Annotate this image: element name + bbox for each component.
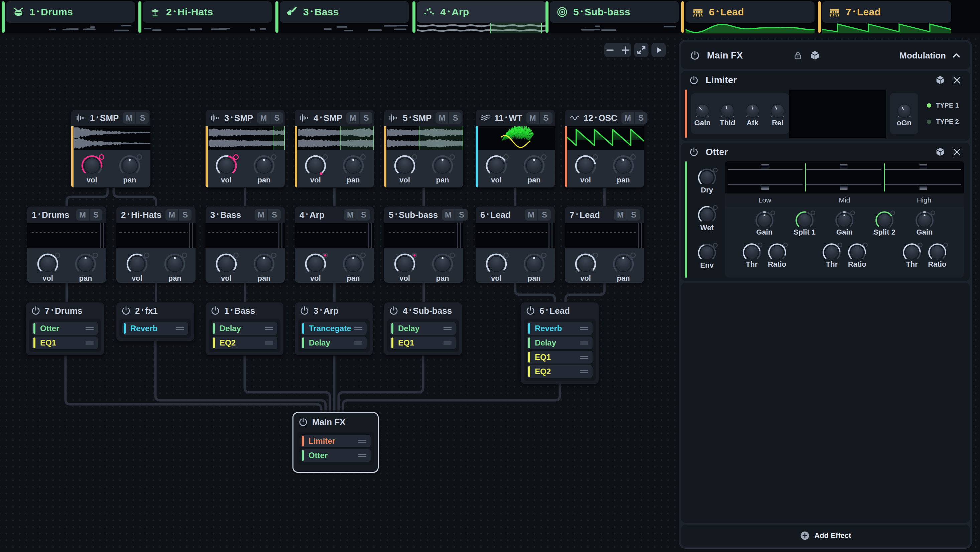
fx-item-delay[interactable]: Delay [301,336,367,349]
fx-chain-node-6-lead[interactable]: 6•LeadReverbDelayEQ1EQ2 [521,302,599,384]
otter-split1-knob[interactable]: Split 1 [789,209,821,237]
solo-button[interactable]: S [449,112,461,124]
mute-button[interactable]: M [436,112,448,124]
drag-handle-icon[interactable] [354,326,363,331]
drag-handle-icon[interactable] [580,326,589,331]
cube-icon[interactable] [935,147,945,157]
mute-button[interactable]: M [614,209,627,221]
solo-button[interactable]: S [136,112,149,124]
otter-band-display[interactable] [725,161,964,194]
pan-knob[interactable]: pan [337,153,369,188]
fx-item-limiter[interactable]: Limiter [301,435,371,447]
track-tab-2-hi-hats[interactable]: 2•Hi-Hats [138,2,272,33]
source-module-4-smp[interactable]: 4•SMPMS vol pan [295,110,374,188]
power-icon[interactable] [299,306,310,316]
modulation-toggle[interactable]: Modulation [899,51,961,61]
drag-handle-icon[interactable] [358,439,367,444]
mute-button[interactable]: M [527,112,539,124]
pan-knob[interactable]: pan [114,153,146,188]
otter-dry-knob[interactable]: Dry [691,166,723,194]
fx-item-trancegate[interactable]: Trancegate [301,322,367,335]
fx-item-eq2[interactable]: EQ2 [527,365,593,378]
fx-chain-node-2-fx1[interactable]: 2•fx1Reverb [116,302,194,341]
fx-chain-node-3-arp[interactable]: 3•ArpTrancegateDelay [295,302,373,355]
close-icon[interactable] [952,75,962,85]
power-icon[interactable] [210,306,220,316]
power-icon[interactable] [121,306,131,316]
fx-item-otter[interactable]: Otter [301,449,371,462]
vol-knob[interactable]: vol [570,251,601,283]
track-tab-6-lead[interactable]: 6•Lead [681,2,815,33]
drag-handle-icon[interactable] [358,453,367,458]
fx-chain-node-4-sub-bass[interactable]: 4•Sub-bassDelayEQ1 [384,302,462,355]
drag-handle-icon[interactable] [580,369,589,374]
mute-button[interactable]: M [76,209,89,221]
mixer-module-4-arp[interactable]: 4•ArpMS vol pan [295,207,374,283]
fx-item-reverb[interactable]: Reverb [527,322,593,335]
vol-knob[interactable]: vol [210,251,242,283]
power-icon[interactable] [525,306,535,316]
otter-gain-knob[interactable]: Gain [908,209,940,237]
fx-item-eq1[interactable]: EQ1 [32,336,98,349]
fx-item-otter[interactable]: Otter [32,322,98,335]
mute-button[interactable]: M [165,209,178,221]
close-icon[interactable] [952,147,962,157]
fx-item-reverb[interactable]: Reverb [123,322,188,335]
fx-chain-node-7-drums[interactable]: 7•DrumsOtterEQ1 [26,302,104,355]
solo-button[interactable]: S [179,209,191,221]
power-icon[interactable] [689,147,699,157]
pan-knob[interactable]: pan [426,153,458,188]
vol-knob[interactable]: vol [32,251,64,283]
solo-button[interactable]: S [627,209,640,221]
source-module-12-osc[interactable]: 12•OSCMS vol pan [565,110,644,188]
drag-handle-icon[interactable] [580,340,589,345]
pan-knob[interactable]: pan [248,153,280,188]
solo-button[interactable]: S [455,209,468,221]
solo-button[interactable]: S [268,209,281,221]
solo-button[interactable]: S [270,112,283,124]
mixer-module-5-sub-bass[interactable]: 5•Sub-bassMS vol pan [384,207,463,283]
mute-button[interactable]: M [346,112,359,124]
pan-knob[interactable]: pan [607,153,640,188]
drag-handle-icon[interactable] [443,340,452,345]
drag-handle-icon[interactable] [265,326,274,331]
pan-knob[interactable]: pan [337,251,369,283]
source-module-5-smp[interactable]: 5•SMPMS vol pan [384,110,463,188]
fx-chain-node-1-bass[interactable]: 1•BassDelayEQ2 [205,302,283,355]
main-fx-node[interactable]: Main FXLimiterOtter [293,412,379,473]
vol-knob[interactable]: vol [480,153,512,188]
solo-button[interactable]: S [635,112,648,124]
solo-button[interactable]: S [357,209,370,221]
sample-selection[interactable] [340,126,374,150]
limiter-gain-knob[interactable]: Gain [691,100,714,127]
solo-button[interactable]: S [538,209,551,221]
vol-knob[interactable]: vol [480,251,512,283]
mute-button[interactable]: M [255,209,267,221]
mute-button[interactable]: M [621,112,634,124]
zoom-out-icon[interactable] [605,45,615,55]
mixer-module-3-bass[interactable]: 3•BassMS vol pan [205,207,285,283]
pan-knob[interactable]: pan [607,251,640,283]
fx-item-eq1[interactable]: EQ1 [390,336,456,349]
power-icon[interactable] [31,306,41,316]
power-icon[interactable] [298,417,308,427]
mixer-module-2-hi-hats[interactable]: 2•Hi-HatsMS vol pan [116,207,196,283]
mute-button[interactable]: M [123,112,135,124]
limiter-rel-knob[interactable]: Rel [766,100,789,127]
drag-handle-icon[interactable] [354,340,363,345]
vol-knob[interactable]: vol [299,251,332,283]
power-icon[interactable] [689,75,699,85]
source-module-1-smp[interactable]: 1•SMPMS vol pan [71,110,150,188]
otter-ratio-knob[interactable]: Ratio [761,241,793,269]
zoom-in-icon[interactable] [620,45,630,55]
track-tab-3-bass[interactable]: 3•Bass [275,2,409,33]
mixer-module-7-lead[interactable]: 7•LeadMS vol pan [565,207,644,283]
vol-knob[interactable]: vol [76,153,108,188]
power-icon[interactable] [389,306,399,316]
vol-knob[interactable]: vol [121,251,153,283]
drag-handle-icon[interactable] [443,326,452,331]
fx-item-eq2[interactable]: EQ2 [212,336,277,349]
drag-handle-icon[interactable] [85,326,94,331]
pan-knob[interactable]: pan [159,251,191,283]
track-tab-5-sub-bass[interactable]: 5•Sub-bass [546,2,679,33]
